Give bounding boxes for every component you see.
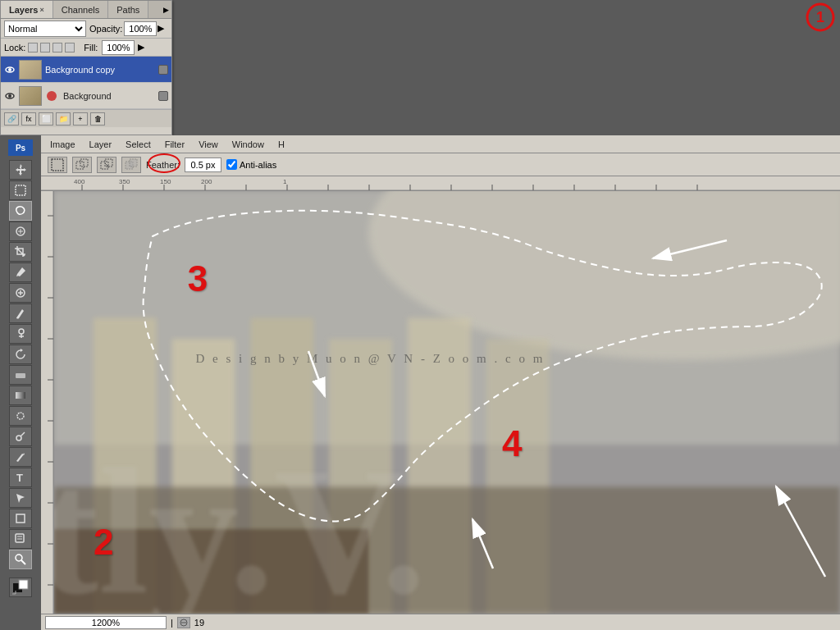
menu-help[interactable]: H [273, 138, 290, 151]
menu-select[interactable]: Select [121, 138, 156, 151]
gradient-tool[interactable] [9, 386, 32, 405]
svg-line-20 [21, 560, 25, 564]
blend-mode-select[interactable]: Normal Multiply Screen [4, 21, 86, 37]
svg-text:1: 1 [816, 9, 824, 25]
layer-name-bg-copy: Background copy [45, 65, 155, 75]
shape-tool[interactable] [9, 509, 32, 528]
menu-filter[interactable]: Filter [160, 138, 189, 151]
svg-text:T: T [16, 472, 23, 484]
clone-stamp-tool[interactable] [9, 324, 32, 344]
svg-text:150: 150 [160, 178, 171, 185]
eye-icon-bg-copy[interactable] [4, 64, 16, 75]
svg-text:350: 350 [119, 178, 130, 185]
menu-layer[interactable]: Layer [84, 138, 117, 151]
layer-thumb-bg-copy [19, 60, 42, 80]
foreground-color[interactable] [9, 578, 32, 597]
canvas-area: tly.V. D e s i g n b y M u o n @ V N - Z… [54, 191, 840, 614]
svg-text:1: 1 [283, 178, 287, 185]
status-info: 19 [194, 618, 204, 628]
menu-bar: Image Layer Select Filter View Window H [41, 135, 840, 153]
menu-view[interactable]: View [194, 138, 223, 151]
layer-item-bg-copy[interactable]: Background copy [1, 57, 171, 83]
dodge-tool[interactable] [9, 427, 32, 446]
zoom-tool[interactable] [9, 550, 32, 569]
lock-all-btn[interactable] [65, 43, 75, 52]
new-layer-btn[interactable]: + [73, 112, 88, 126]
svg-rect-15 [16, 514, 25, 523]
svg-point-3 [8, 94, 11, 98]
menu-window[interactable]: Window [227, 138, 269, 151]
eraser-tool[interactable] [9, 365, 32, 385]
add-selection-btn[interactable] [72, 157, 92, 173]
svg-rect-22 [19, 580, 28, 589]
svg-text:tly.V.: tly.V. [54, 431, 427, 614]
svg-point-4 [47, 91, 57, 101]
svg-line-28 [105, 163, 108, 167]
lock-transparent-btn[interactable] [28, 43, 38, 52]
anti-alias-label: Anti-alias [240, 160, 276, 170]
fx-btn[interactable]: fx [21, 112, 36, 126]
feather-label: Feather: [146, 160, 180, 170]
anti-alias-checkbox[interactable] [226, 159, 237, 170]
lock-icon-bg-copy [158, 65, 168, 75]
move-tool[interactable] [9, 160, 32, 180]
lock-icon-background [158, 91, 168, 101]
brush-tool[interactable] [9, 304, 32, 323]
lock-position-btn[interactable] [52, 43, 62, 52]
lock-image-btn[interactable] [40, 43, 50, 52]
opacity-label: Opacity: [89, 24, 122, 34]
ps-logo: Ps [8, 139, 33, 156]
svg-rect-5 [16, 185, 25, 195]
svg-rect-23 [52, 159, 63, 171]
opacity-input[interactable] [124, 21, 157, 36]
history-brush-tool[interactable] [9, 345, 32, 364]
lasso-tool[interactable] [9, 201, 32, 221]
layer-thumb-background [19, 86, 42, 106]
svg-rect-30 [130, 159, 137, 167]
tab-paths[interactable]: Paths [108, 1, 148, 18]
options-bar: Feather: Anti-alias [41, 153, 840, 176]
annotation-1: 1 [805, 2, 836, 38]
notes-tool[interactable] [9, 529, 32, 549]
menu-image[interactable]: Image [45, 138, 80, 151]
svg-rect-16 [16, 534, 24, 542]
pen-tool[interactable] [9, 447, 32, 467]
zoom-out-btn[interactable] [177, 617, 190, 628]
svg-rect-9 [16, 373, 25, 378]
fill-label: Fill: [84, 43, 98, 52]
new-selection-btn[interactable] [48, 157, 67, 173]
layer-name-background: Background [63, 91, 155, 101]
blend-mode-row: Normal Multiply Screen Opacity: ▶ [1, 19, 171, 39]
svg-point-1 [8, 68, 11, 71]
crop-tool[interactable] [9, 242, 32, 262]
healing-brush-tool[interactable] [9, 283, 32, 303]
subtract-selection-btn[interactable] [97, 157, 116, 173]
eyedropper-tool[interactable] [9, 262, 32, 282]
path-selection-tool[interactable] [9, 488, 32, 508]
link-layers-btn[interactable]: 🔗 [4, 112, 19, 126]
feather-input[interactable] [185, 158, 221, 172]
svg-rect-10 [16, 392, 25, 399]
ruler-horizontal: 350 150 200 400 1 [41, 176, 840, 191]
svg-point-8 [19, 329, 24, 334]
tab-channels[interactable]: Channels [53, 1, 108, 18]
mask-btn[interactable]: ⬜ [39, 112, 53, 126]
layer-item-background[interactable]: Background [1, 83, 171, 109]
zoom-input[interactable] [45, 616, 167, 629]
status-bar: | 19 [41, 614, 840, 630]
delete-layer-btn[interactable]: 🗑 [90, 112, 105, 126]
svg-point-82 [807, 4, 833, 30]
quick-selection-tool[interactable] [9, 221, 32, 241]
blur-tool[interactable] [9, 406, 32, 426]
tab-layers[interactable]: Layers × [1, 1, 53, 18]
lock-label: Lock: [4, 43, 25, 52]
group-btn[interactable]: 📁 [56, 112, 71, 126]
toolbar: Ps T [0, 135, 41, 630]
fill-input[interactable] [102, 40, 135, 55]
panel-menu-button[interactable]: ▶ [163, 6, 169, 14]
rectangular-marquee-tool[interactable] [9, 180, 32, 200]
svg-text:200: 200 [201, 178, 212, 185]
text-tool[interactable]: T [9, 468, 32, 487]
intersect-selection-btn[interactable] [121, 157, 141, 173]
eye-icon-background[interactable] [4, 90, 16, 102]
